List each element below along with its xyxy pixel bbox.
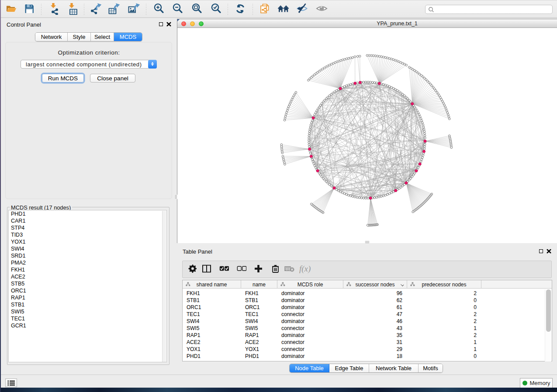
export-network-button[interactable] <box>90 3 102 15</box>
mcds-result-item[interactable]: CAR1 <box>9 217 166 224</box>
tab-node-table[interactable]: Node Table <box>290 364 329 372</box>
table-row[interactable]: PHD1PHD1dominator180 <box>183 353 552 360</box>
zoom-in-button[interactable] <box>153 3 165 15</box>
mcds-result-item[interactable]: TID3 <box>9 231 166 238</box>
horizontal-splitter-handle[interactable] <box>365 241 370 244</box>
save-session-button[interactable] <box>23 3 35 15</box>
mcds-result-item[interactable]: RAP1 <box>9 294 166 301</box>
tab-network-table[interactable]: Network Table <box>369 364 419 372</box>
mcds-list-scrollbar[interactable] <box>162 211 166 362</box>
mcds-result-item[interactable]: FKH1 <box>9 266 166 273</box>
delete-table-button <box>284 265 294 273</box>
table-panel-float-button[interactable] <box>539 249 543 253</box>
mcds-result-item[interactable]: ORC1 <box>9 287 166 294</box>
column-header-successor-nodes[interactable]: successor nodes <box>343 280 407 289</box>
table-row[interactable]: ACE2ACE2connector311 <box>183 339 552 346</box>
memory-button[interactable]: Memory <box>520 378 553 388</box>
table-scrollbar[interactable] <box>545 289 551 361</box>
mcds-result-item[interactable]: TEC1 <box>9 315 166 322</box>
search-network-button[interactable] <box>277 3 290 15</box>
table-row[interactable]: YOX1YOX1connector291 <box>183 346 552 353</box>
mcds-result-item[interactable]: STB5 <box>9 280 166 287</box>
memory-status-icon <box>522 381 527 385</box>
table-row[interactable]: STB1STB1dominator620 <box>183 297 552 304</box>
open-recent-session-icon <box>259 3 271 16</box>
tab-style[interactable]: Style <box>68 33 91 41</box>
tab-network[interactable]: Network <box>35 33 68 41</box>
import-network-icon <box>48 3 60 16</box>
toolbar-separator <box>253 4 253 15</box>
split-table-view-button[interactable] <box>202 265 211 274</box>
cell-shared-name: PHD1 <box>183 353 241 360</box>
open-file-button[interactable] <box>5 3 17 15</box>
mcds-result-item[interactable]: STB1 <box>9 301 166 308</box>
table-row[interactable]: RAP1RAP1dominator352 <box>183 332 552 339</box>
deselect-all-rows-button[interactable] <box>237 266 246 273</box>
close-panel-button[interactable]: Close panel <box>90 74 135 83</box>
table-row[interactable]: ORC1ORC1dominator610 <box>183 304 552 311</box>
network-canvas[interactable] <box>177 28 557 243</box>
search-icon <box>428 7 434 13</box>
import-table-button[interactable] <box>66 3 79 15</box>
mcds-result-item[interactable]: PMA2 <box>9 259 166 266</box>
table-panel-tabs: Node TableEdge TableNetwork TableMotifs <box>289 364 443 373</box>
optimization-criterion-select[interactable]: largest connected component (undirected) <box>21 60 157 69</box>
control-panel-close-button[interactable] <box>166 22 171 27</box>
vertical-splitter-handle[interactable] <box>174 194 177 199</box>
open-file-icon <box>5 3 17 16</box>
mcds-result-item[interactable]: STP4 <box>9 224 166 231</box>
refresh-button[interactable] <box>234 3 246 15</box>
open-recent-session-button[interactable] <box>259 3 271 15</box>
mcds-result-list[interactable]: PHD1CAR1STP4TID3YOX1SWI4SRD1PMA2FKH1ACE2… <box>8 210 167 362</box>
export-image-button[interactable] <box>128 3 140 15</box>
mcds-result-item[interactable]: YOX1 <box>9 238 166 245</box>
export-network-icon <box>90 3 102 16</box>
table-row[interactable]: SWI5SWI5connector431 <box>183 325 552 332</box>
tab-select[interactable]: Select <box>91 33 114 41</box>
delete-columns-button[interactable] <box>272 265 279 274</box>
mcds-result-item[interactable]: SWI5 <box>9 308 166 315</box>
table-settings-button[interactable] <box>188 265 197 274</box>
panel-list-button[interactable] <box>5 378 17 387</box>
cytoscape-window: Control Panel NetworkStyleSelectMCDS Opt… <box>0 0 557 392</box>
table-row[interactable]: SWI4SWI4dominator462 <box>183 318 552 325</box>
show-all-button[interactable] <box>316 3 328 15</box>
table-row[interactable]: FKH1FKH1dominator962 <box>183 290 552 297</box>
network-frame-titlebar[interactable]: YPA_prune.txt_1 <box>177 19 557 28</box>
export-table-button[interactable] <box>108 3 120 15</box>
tab-mcds[interactable]: MCDS <box>114 33 142 41</box>
select-all-rows-button[interactable] <box>219 266 229 273</box>
mcds-result-item[interactable]: SWI4 <box>9 245 166 252</box>
mcds-result-item[interactable]: SRD1 <box>9 252 166 259</box>
add-column-button[interactable] <box>254 265 263 274</box>
save-session-icon <box>23 3 35 16</box>
tab-edge-table[interactable]: Edge Table <box>329 364 369 372</box>
toolbar-separator <box>41 4 42 15</box>
table-row[interactable]: TEC1TEC1connector472 <box>183 311 552 318</box>
zoom-selected-button[interactable] <box>210 3 222 15</box>
table-panel-close-button[interactable] <box>547 249 551 254</box>
cell-name: TEC1 <box>241 311 277 318</box>
search-box[interactable] <box>425 5 553 14</box>
run-mcds-button[interactable]: Run MCDS <box>42 74 84 83</box>
zoom-fit-button[interactable] <box>191 3 203 15</box>
table-scrollbar-thumb[interactable] <box>546 289 551 332</box>
tab-motifs[interactable]: Motifs <box>419 364 443 372</box>
import-network-button[interactable] <box>48 3 60 15</box>
mcds-result-item[interactable]: ACE2 <box>9 273 166 280</box>
hide-selected-button[interactable] <box>296 3 308 15</box>
cell-MCDS-role: connector <box>277 346 343 353</box>
cell-predecessor-nodes: 0 <box>407 353 481 360</box>
column-header-MCDS-role[interactable]: MCDS role <box>277 280 343 289</box>
mcds-result-item[interactable]: GCR1 <box>9 322 166 329</box>
control-panel-float-button[interactable] <box>159 22 163 26</box>
column-header-name[interactable]: name <box>241 280 277 289</box>
cell-name: PHD1 <box>241 353 277 360</box>
column-header-predecessor-nodes[interactable]: predecessor nodes <box>407 280 481 289</box>
mcds-result-item[interactable]: PHD1 <box>9 210 166 217</box>
column-header-shared-name[interactable]: shared name <box>183 280 241 289</box>
zoom-out-button[interactable] <box>172 3 184 15</box>
search-input[interactable] <box>434 7 552 13</box>
table-toolbar: f(x) <box>182 261 552 278</box>
mcds-result-group: MCDS result (17 nodes) PHD1CAR1STP4TID3Y… <box>7 204 170 365</box>
